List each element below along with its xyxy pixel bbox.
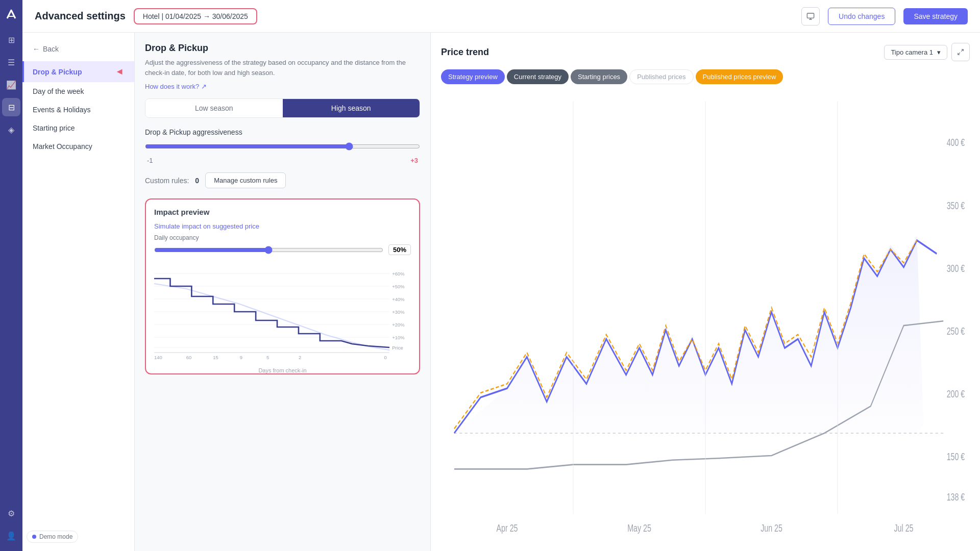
back-arrow-icon: ←: [33, 45, 40, 53]
back-label: Back: [43, 45, 59, 53]
camera-label: Tipo camera 1: [891, 48, 933, 56]
x-axis-label: Days from check-in: [154, 367, 411, 373]
occupancy-percentage: 50%: [388, 244, 411, 255]
svg-text:5: 5: [266, 355, 269, 360]
slider-min-label: -1: [147, 157, 153, 164]
date-badge: Hotel | 01/04/2025 → 30/06/2025: [134, 8, 257, 24]
svg-text:350 €: 350 €: [947, 200, 965, 211]
nav-back-button[interactable]: ← Back: [22, 41, 134, 57]
monitor-icon-btn[interactable]: [801, 7, 820, 26]
sidebar-icon-chart[interactable]: 📈: [2, 76, 20, 94]
arrow-indicator: ◄: [115, 66, 124, 77]
tab-current-strategy[interactable]: Current strategy: [507, 69, 569, 84]
sidebar-icon-grid[interactable]: ⊞: [2, 31, 20, 49]
camera-type-select[interactable]: Tipo camera 1 ▾: [884, 45, 947, 60]
svg-text:Jul 25: Jul 25: [894, 523, 914, 534]
slider-max-label: +3: [410, 157, 418, 164]
sidebar-icon-activity[interactable]: ◈: [2, 120, 20, 139]
svg-text:60: 60: [186, 355, 191, 360]
left-navigation: ← Back Drop & Pickup ◄ Day of the week E…: [22, 33, 135, 551]
impact-chart: +60% +50% +40% +30% +20% +10% Price 140 …: [154, 263, 411, 365]
expand-chart-button[interactable]: [951, 43, 970, 61]
price-trend-panel: Price trend Tipo camera 1 ▾ Strategy pre…: [431, 33, 980, 551]
low-season-button[interactable]: Low season: [145, 99, 283, 117]
price-trend-title: Price trend: [441, 47, 489, 58]
occupancy-slider[interactable]: [154, 246, 383, 254]
nav-item-market-occupancy[interactable]: Market Occupancy: [22, 137, 134, 156]
header-right-controls: Tipo camera 1 ▾: [884, 43, 970, 61]
tab-published-prices-preview[interactable]: Published prices preview: [696, 69, 783, 84]
content-area: ← Back Drop & Pickup ◄ Day of the week E…: [22, 33, 980, 551]
impact-preview-title: Impact preview: [154, 208, 411, 216]
tab-published-prices[interactable]: Published prices: [629, 69, 693, 84]
settings-panel: Drop & Pickup Adjust the aggressiveness …: [135, 33, 431, 551]
tab-strategy-preview[interactable]: Strategy preview: [441, 69, 505, 84]
nav-item-drop-pickup[interactable]: Drop & Pickup ◄: [22, 61, 134, 82]
panel-title: Drop & Pickup: [145, 43, 420, 54]
tab-starting-prices[interactable]: Starting prices: [571, 69, 627, 84]
occupancy-label: Daily occupancy: [154, 234, 411, 241]
svg-rect-0: [807, 13, 814, 18]
svg-text:+20%: +20%: [392, 322, 404, 328]
svg-text:250 €: 250 €: [947, 326, 965, 337]
svg-text:Jun 25: Jun 25: [761, 523, 782, 534]
slider-value-labels: -1 +3: [145, 157, 420, 164]
page-title: Advanced settings: [35, 10, 126, 22]
svg-text:+60%: +60%: [392, 271, 404, 277]
svg-text:2: 2: [299, 355, 301, 360]
svg-text:Apr 25: Apr 25: [497, 523, 518, 534]
price-trend-tabs: Strategy preview Current strategy Starti…: [441, 69, 970, 84]
svg-text:9: 9: [240, 355, 242, 360]
sidebar-icon-user[interactable]: 👤: [2, 527, 20, 545]
demo-dot: [32, 535, 36, 539]
demo-label: Demo mode: [39, 533, 72, 540]
price-trend-chart: 400 € 350 € 300 € 250 € 200 € 150 € 138 …: [441, 92, 970, 541]
manage-custom-rules-button[interactable]: Manage custom rules: [205, 172, 286, 188]
svg-text:200 €: 200 €: [947, 389, 965, 400]
sidebar: ⊞ ☰ 📈 ⊟ ◈ ⚙ 👤: [0, 0, 22, 551]
svg-text:Price: Price: [392, 345, 403, 350]
price-trend-header: Price trend Tipo camera 1 ▾: [441, 43, 970, 61]
nav-item-events[interactable]: Events & Holidays: [22, 101, 134, 119]
panel-description: Adjust the aggressiveness of the strateg…: [145, 58, 420, 78]
svg-text:138 €: 138 €: [947, 492, 965, 503]
main-content: Advanced settings Hotel | 01/04/2025 → 3…: [22, 0, 980, 551]
svg-text:140: 140: [154, 355, 162, 360]
svg-text:150 €: 150 €: [947, 452, 965, 463]
slider-label: Drop & Pickup aggressiveness: [145, 128, 420, 136]
aggressiveness-slider[interactable]: [145, 142, 420, 151]
simulate-label: Simulate impact on suggested price: [154, 222, 411, 230]
sidebar-icon-gear[interactable]: ⚙: [2, 504, 20, 522]
impact-preview-card: Impact preview Simulate impact on sugges…: [145, 198, 420, 374]
svg-text:+30%: +30%: [392, 310, 404, 315]
chevron-down-icon: ▾: [937, 48, 941, 56]
occupancy-row: 50%: [154, 244, 411, 255]
sidebar-icon-sliders[interactable]: ⊟: [2, 98, 20, 116]
header: Advanced settings Hotel | 01/04/2025 → 3…: [22, 0, 980, 33]
nav-item-starting-price[interactable]: Starting price: [22, 119, 134, 137]
season-toggle: Low season High season: [145, 98, 420, 118]
svg-text:May 25: May 25: [627, 523, 651, 534]
app-logo: [3, 6, 19, 22]
aggressiveness-slider-container: [145, 142, 420, 153]
nav-item-day-of-week[interactable]: Day of the week: [22, 82, 134, 101]
svg-text:+10%: +10%: [392, 335, 404, 340]
svg-text:0: 0: [384, 355, 387, 360]
custom-rules-row: Custom rules: 0 Manage custom rules: [145, 172, 420, 188]
high-season-button[interactable]: High season: [283, 99, 420, 117]
demo-mode-badge: Demo mode: [27, 531, 78, 543]
svg-text:300 €: 300 €: [947, 263, 965, 274]
svg-text:+40%: +40%: [392, 297, 404, 302]
custom-rules-label: Custom rules:: [145, 177, 189, 185]
svg-text:15: 15: [213, 355, 218, 360]
svg-text:+50%: +50%: [392, 284, 404, 289]
save-strategy-button[interactable]: Save strategy: [903, 8, 968, 24]
svg-text:400 €: 400 €: [947, 137, 965, 148]
custom-rules-count: 0: [195, 177, 199, 185]
how-does-it-work-link[interactable]: How does it work? ↗: [145, 83, 207, 90]
sidebar-icon-table[interactable]: ☰: [2, 53, 20, 71]
undo-changes-button[interactable]: Undo changes: [828, 8, 895, 25]
